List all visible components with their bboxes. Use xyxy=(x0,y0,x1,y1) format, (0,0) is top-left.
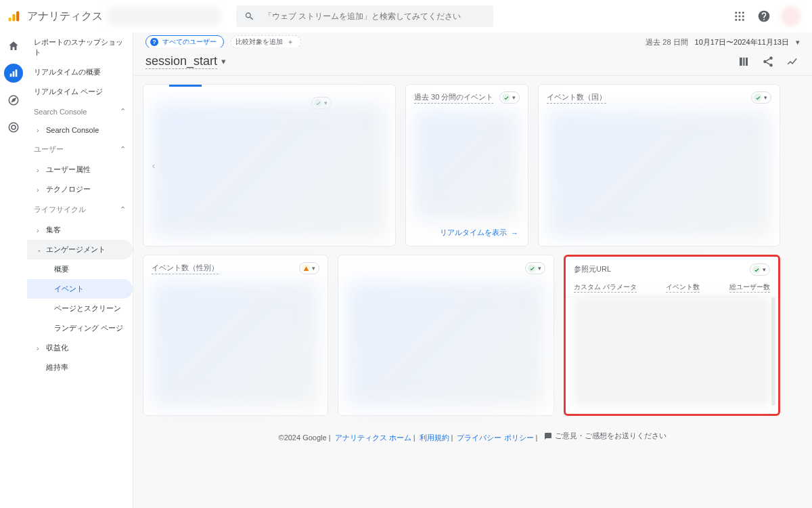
date-range-label: 過去 28 日間 xyxy=(646,37,687,47)
explore-icon xyxy=(7,94,20,106)
chevron-right-icon xyxy=(37,226,42,234)
svg-rect-0 xyxy=(9,18,12,22)
card-title: 参照元URL xyxy=(574,264,611,275)
card-blank: ▾ xyxy=(338,255,554,416)
check-icon xyxy=(754,93,762,102)
card-events-by-country: イベント数（国） ▾ xyxy=(538,84,780,247)
product-name: アナリティクス xyxy=(27,9,103,24)
svg-rect-1 xyxy=(12,14,15,22)
help-icon[interactable] xyxy=(757,9,771,24)
property-selector[interactable] xyxy=(108,7,220,25)
topbar-actions xyxy=(732,6,801,26)
date-range-picker[interactable]: 過去 28 日間 10月17日〜2024年11月13日 ▾ xyxy=(646,37,800,47)
svg-point-4 xyxy=(739,12,741,14)
chevron-right-icon xyxy=(37,126,42,134)
svg-point-6 xyxy=(735,16,737,18)
footer-link-terms[interactable]: 利用規約 xyxy=(420,433,449,442)
nav-user-attributes[interactable]: ユーザー属性 xyxy=(27,160,133,179)
nav-engagement-landing[interactable]: ランディング ページ xyxy=(27,318,133,338)
card-status-warn[interactable]: ▾ xyxy=(299,262,319,274)
svg-point-5 xyxy=(742,12,744,14)
arrow-right-icon: → xyxy=(511,229,518,237)
share-icon[interactable] xyxy=(761,54,775,69)
chevron-down-icon: ▾ xyxy=(512,94,516,101)
chevron-down-icon: ▾ xyxy=(312,265,315,272)
realtime-link[interactable]: リアルタイムを表示→ xyxy=(440,228,518,238)
svg-point-21 xyxy=(769,56,773,60)
card-grid-row1: ‹ › ▾ 過去 30 分間のイベント ▾ リアルタイムを表示→ イベント数（国… xyxy=(133,76,812,255)
scrollbar[interactable] xyxy=(771,297,775,406)
svg-rect-14 xyxy=(16,70,18,77)
svg-point-7 xyxy=(739,16,741,18)
minus-icon: - xyxy=(37,246,42,254)
ga-logo[interactable]: アナリティクス xyxy=(7,9,103,24)
page-title: session_start xyxy=(145,54,217,69)
chevron-down-icon: ▾ xyxy=(764,94,767,101)
title-actions xyxy=(736,54,800,69)
footer-link-home[interactable]: アナリティクス ホーム xyxy=(335,433,411,442)
footer-feedback[interactable]: ご意見・ご感想をお送りください xyxy=(544,431,667,441)
home-icon xyxy=(7,40,20,52)
apps-icon[interactable] xyxy=(732,9,747,24)
rail-reports[interactable] xyxy=(4,64,23,83)
search-bar[interactable] xyxy=(236,5,493,27)
rail-advertising[interactable] xyxy=(4,118,23,137)
chevron-down-icon: ▾ xyxy=(763,266,766,273)
card-status-ok[interactable]: ▾ xyxy=(499,91,520,104)
footer-link-privacy[interactable]: プライバシー ポリシー xyxy=(457,433,533,442)
rail-home[interactable] xyxy=(4,37,23,56)
check-icon xyxy=(528,264,536,272)
col-param: カスタム パラメータ xyxy=(574,282,637,293)
nav-snapshot[interactable]: レポートのスナップショット xyxy=(27,33,133,62)
comparison-bar: ?すべてのユーザー 比較対象を追加＋ 過去 28 日間 10月17日〜2024年… xyxy=(133,33,812,47)
blurred-chart xyxy=(414,110,520,221)
card-status-ok[interactable]: ▾ xyxy=(751,91,771,104)
card-referrer-url: 参照元URL ▾ カスタム パラメータ イベント数 総ユーザー数 xyxy=(564,255,780,416)
svg-point-11 xyxy=(742,19,744,21)
nav-section-search-console[interactable]: Search Console⌃ xyxy=(27,102,133,121)
card-title: 過去 30 分間のイベント xyxy=(414,92,493,104)
tab-indicator xyxy=(169,85,202,87)
rail-explore[interactable] xyxy=(4,91,23,110)
nav-engagement-overview[interactable]: 概要 xyxy=(27,259,133,279)
nav-technology[interactable]: テクノロジー xyxy=(27,179,133,199)
nav-search-console-item[interactable]: Search Console xyxy=(27,121,133,139)
nav-monetization[interactable]: 収益化 xyxy=(27,338,133,358)
nav-realtime-overview[interactable]: リアルタイムの概要 xyxy=(27,62,133,82)
col-users: 総ユーザー数 xyxy=(729,282,770,293)
nav-section-user[interactable]: ユーザー⌃ xyxy=(27,139,133,160)
nav-acquisition[interactable]: 集客 xyxy=(27,220,133,240)
sidebar: レポートのスナップショット リアルタイムの概要 リアルタイム ページ Searc… xyxy=(27,33,133,377)
nav-engagement-events[interactable]: イベント xyxy=(27,279,133,299)
avatar[interactable] xyxy=(781,6,801,26)
feedback-icon xyxy=(544,432,552,440)
card-title: イベント数（性別） xyxy=(152,263,219,274)
svg-rect-19 xyxy=(743,58,744,66)
chevron-up-icon: ⌃ xyxy=(120,107,126,116)
card-status-ok[interactable]: ▾ xyxy=(525,262,545,274)
target-icon xyxy=(7,121,20,133)
svg-point-3 xyxy=(735,12,737,14)
card-events-by-gender: イベント数（性別） ▾ xyxy=(143,255,328,416)
footer: ©2024 Google| アナリティクス ホーム| 利用規約| プライバシー … xyxy=(133,424,812,457)
chevron-up-icon: ⌃ xyxy=(120,205,126,214)
svg-point-17 xyxy=(12,125,16,129)
insights-icon[interactable] xyxy=(785,54,800,69)
nav-engagement[interactable]: -エンゲージメント xyxy=(27,240,133,259)
chevron-up-icon: ⌃ xyxy=(120,145,126,154)
svg-rect-18 xyxy=(740,58,742,66)
card-status-ok[interactable]: ▾ xyxy=(750,263,770,276)
nav-realtime-page[interactable]: リアルタイム ページ xyxy=(27,82,133,102)
chip-all-users[interactable]: ?すべてのユーザー xyxy=(145,35,224,49)
title-dropdown[interactable]: ▾ xyxy=(221,56,226,66)
svg-point-22 xyxy=(763,60,767,63)
nav-engagement-pages[interactable]: ページとスクリーン xyxy=(27,299,133,318)
chip-add-comparison[interactable]: 比較対象を追加＋ xyxy=(231,35,301,49)
svg-rect-13 xyxy=(13,71,15,77)
search-input[interactable] xyxy=(264,12,485,21)
nav-section-lifecycle[interactable]: ライフサイクル⌃ xyxy=(27,199,133,220)
customize-icon[interactable] xyxy=(736,54,751,69)
blurred-table xyxy=(574,296,770,406)
reports-icon xyxy=(8,68,19,79)
nav-retention[interactable]: 維持率 xyxy=(27,358,133,377)
